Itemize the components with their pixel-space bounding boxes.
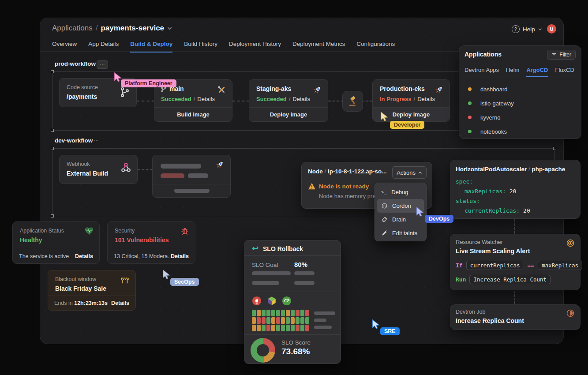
help-menu[interactable]: ? Help [512, 25, 542, 33]
target-icon [566, 239, 575, 248]
resource-kind: Node [308, 168, 323, 175]
menu-item-debug[interactable]: >_ Debug [377, 185, 424, 199]
prod-workflow-more-button[interactable]: ⋯ [97, 60, 108, 69]
filter-icon [551, 52, 557, 57]
slo-rollback-panel: ↩ SLO Rollback SLO Goal 80% SLO Score 73… [244, 240, 341, 364]
list-item-notebooks[interactable]: notebooks [459, 124, 581, 139]
skeleton-bar [294, 281, 315, 285]
menu-item-label: Cordon [392, 202, 411, 209]
slo-grid-cell [276, 317, 280, 324]
app-status-footer-text: The service is active [19, 253, 69, 259]
list-item-kyverno[interactable]: kyverno [459, 110, 581, 124]
tab-devtron-apps[interactable]: Devtron Apps [464, 67, 499, 77]
breadcrumb-root[interactable]: Applications [52, 24, 93, 33]
run-action-chip: Increase Replica Count [469, 275, 551, 284]
slo-grid-cell [266, 317, 270, 324]
build-details-link[interactable]: Details [197, 96, 215, 102]
security-label: Security [115, 228, 135, 234]
slo-goal-label: SLO Goal [252, 262, 278, 268]
skeleton-bar [252, 271, 291, 275]
slo-grid-cell [276, 310, 280, 316]
tab-build-history[interactable]: Build History [184, 41, 217, 52]
slo-grid-cell [281, 317, 285, 324]
tab-deployment-history[interactable]: Deployment History [229, 41, 281, 52]
staging-status-row: Succeeded / Details [256, 96, 310, 102]
tab-build-deploy[interactable]: Build & Deploy [130, 41, 172, 52]
tab-argocd[interactable]: ArgoCD [526, 67, 548, 77]
tab-helm[interactable]: Helm [506, 67, 519, 77]
tab-configurations[interactable]: Configurations [356, 41, 395, 52]
warning-icon [308, 183, 316, 190]
tab-deployment-metrics[interactable]: Deployment Metrics [292, 41, 345, 52]
slo-grid-cell [271, 317, 275, 324]
drain-icon [381, 216, 388, 223]
webhook-card[interactable]: Webhook External Build [59, 155, 138, 184]
app-status-details-link[interactable]: Details [75, 253, 93, 259]
selection-handle[interactable] [51, 70, 54, 73]
slo-grid-cell [305, 317, 309, 324]
slo-score-label: SLO Score [281, 339, 311, 346]
status-dot [468, 130, 472, 133]
applications-list: dashboard istio-gateway kyverno notebook… [459, 82, 581, 139]
slo-grid-cell [281, 325, 285, 331]
cursor-label-platform-engineer: Platform Engineer [121, 79, 176, 87]
filter-button[interactable]: Filter [547, 50, 576, 60]
list-item-istio-gateway[interactable]: istio-gateway [459, 96, 581, 110]
slo-grid-cell [286, 310, 290, 316]
tab-fluxcd[interactable]: FluxCD [555, 67, 574, 77]
list-item-dashboard[interactable]: dashboard [459, 82, 581, 96]
if-keyword: If [456, 262, 463, 269]
slo-grid-cell [266, 310, 270, 316]
blackout-label: Blackout window [55, 276, 96, 282]
build-status: Succeeded [161, 96, 191, 102]
pause-circle-icon [381, 202, 388, 209]
slo-grid-cell [296, 310, 300, 316]
build-image-action[interactable]: Build image [154, 107, 232, 121]
run-keyword: Run [456, 276, 466, 283]
security-card[interactable]: Security 101 Vulnerabilities 13 Critical… [107, 221, 195, 264]
application-status-card[interactable]: Application Status Healthy The service i… [12, 221, 100, 264]
chevron-up-icon [418, 171, 422, 174]
production-details-link[interactable]: Details [417, 96, 435, 102]
production-status: In Progress [380, 96, 412, 102]
terminal-icon: >_ [381, 189, 387, 195]
security-details-link[interactable]: Details [171, 253, 189, 259]
menu-item-edit-taints[interactable]: Edit taints [377, 226, 424, 240]
skeleton-pipeline-card[interactable] [152, 155, 231, 198]
selection-handle[interactable] [51, 147, 54, 150]
slo-grid-cell [257, 317, 261, 324]
slo-grid-cell [262, 317, 266, 324]
tab-app-details[interactable]: App Details [88, 41, 119, 52]
selection-handle[interactable] [51, 129, 54, 132]
blackout-footer: Ends in 12h:23m:13s Details [48, 296, 135, 310]
rocket-icon [434, 85, 444, 95]
hpa-panel: HorizontalPodAutoscaler / php-apache spe… [450, 160, 581, 219]
app-name: kyverno [480, 114, 501, 121]
staging-deploy-action[interactable]: Deploy image [249, 107, 328, 121]
slo-grid-cell [262, 325, 266, 331]
colon: : [516, 207, 523, 214]
selection-handle[interactable] [553, 147, 556, 150]
app-status-label: Application Status [20, 228, 64, 234]
dev-workflow-title: dev-workflow [55, 137, 93, 144]
actions-button[interactable]: Actions [392, 166, 427, 179]
dev-workflow-more-button[interactable]: ⋯ [94, 138, 99, 143]
blackout-window-card[interactable]: Blackout window Black Friday Sale Ends i… [48, 270, 136, 311]
slo-grid-cell [300, 310, 304, 316]
slo-grid-cell [252, 317, 256, 324]
blackout-details-link[interactable]: Details [111, 300, 129, 306]
avatar[interactable]: U [547, 24, 556, 34]
selection-handle[interactable] [51, 214, 54, 218]
cursor-developer [379, 111, 389, 121]
slo-grid-cell [291, 325, 295, 331]
pipeline-connector [232, 101, 249, 101]
staging-details-link[interactable]: Details [292, 96, 310, 102]
tab-overview[interactable]: Overview [52, 41, 77, 52]
status-dot [468, 87, 472, 91]
staging-pipeline-card[interactable]: Staging-aks Succeeded / Details Deploy i… [249, 79, 328, 122]
resource-name: php-apache [532, 166, 566, 172]
colon: : [502, 188, 509, 195]
approval-gate-chip[interactable] [342, 91, 363, 112]
slo-grid-cell [257, 310, 261, 316]
chevron-down-icon[interactable] [167, 26, 172, 30]
